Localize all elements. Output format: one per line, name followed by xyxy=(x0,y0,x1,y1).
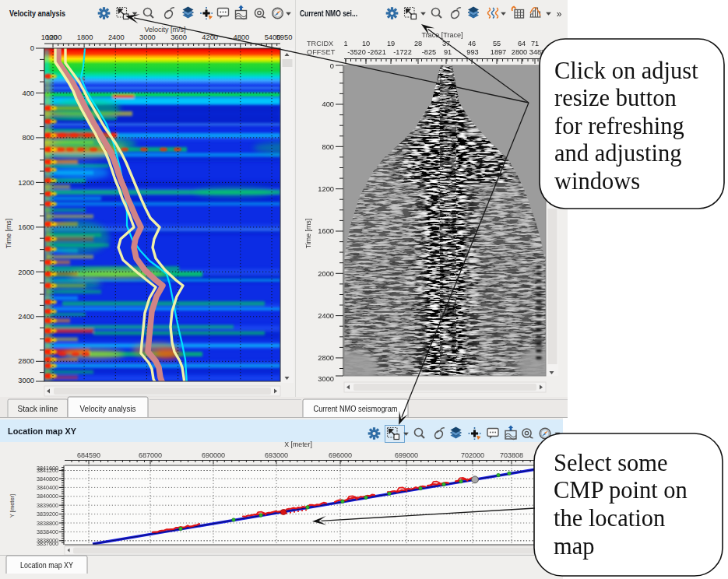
svg-text:3838800: 3838800 xyxy=(37,520,58,527)
svg-text:resize button: resize button xyxy=(554,85,677,111)
svg-text:2000: 2000 xyxy=(18,268,34,276)
svg-text:10: 10 xyxy=(362,40,370,47)
svg-text:71: 71 xyxy=(531,40,539,47)
svg-text:3839200: 3839200 xyxy=(37,511,58,518)
svg-text:702000: 702000 xyxy=(461,451,484,459)
svg-text:1800: 1800 xyxy=(77,33,93,41)
svg-text:Location map XY: Location map XY xyxy=(20,561,73,570)
svg-text:3000: 3000 xyxy=(18,377,34,384)
svg-text:Location map XY: Location map XY xyxy=(8,426,77,436)
svg-text:19: 19 xyxy=(387,40,395,47)
svg-text:3840000: 3840000 xyxy=(37,493,58,500)
svg-text:Select some: Select some xyxy=(554,450,668,476)
svg-text:-3520: -3520 xyxy=(347,48,366,56)
svg-text:-1722: -1722 xyxy=(393,48,412,56)
svg-text:800: 800 xyxy=(322,143,334,151)
svg-text:800: 800 xyxy=(22,134,34,142)
svg-text:703808: 703808 xyxy=(500,451,523,459)
svg-text:Time [ms]: Time [ms] xyxy=(304,219,312,248)
svg-text:»: » xyxy=(557,9,562,19)
svg-text:3841200: 3841200 xyxy=(37,467,58,474)
svg-text:1200: 1200 xyxy=(318,185,334,193)
svg-text:windows: windows xyxy=(554,168,640,195)
svg-text:690000: 690000 xyxy=(202,451,225,459)
svg-text:the location: the location xyxy=(554,505,665,532)
svg-text:CMP point on: CMP point on xyxy=(554,477,688,504)
svg-text:3840800: 3840800 xyxy=(37,475,58,482)
svg-text:1200: 1200 xyxy=(18,179,34,187)
svg-text:28: 28 xyxy=(414,40,422,47)
svg-text:1: 1 xyxy=(343,40,347,47)
svg-text:1600: 1600 xyxy=(18,223,34,231)
svg-text:2800: 2800 xyxy=(18,357,34,365)
svg-text:2800: 2800 xyxy=(512,48,527,56)
svg-text:TRCIDX: TRCIDX xyxy=(307,40,333,47)
svg-text:-2621: -2621 xyxy=(368,48,386,56)
svg-text:map: map xyxy=(554,533,595,560)
svg-text:3600: 3600 xyxy=(171,33,187,41)
svg-text:2800: 2800 xyxy=(318,354,334,362)
svg-text:X [meter]: X [meter] xyxy=(284,440,312,448)
svg-text:2400: 2400 xyxy=(108,33,125,41)
svg-text:91: 91 xyxy=(444,48,452,56)
svg-text:2000: 2000 xyxy=(318,270,334,278)
svg-text:400: 400 xyxy=(322,100,334,108)
svg-text:Y [meter]: Y [meter] xyxy=(9,494,16,518)
svg-text:5950: 5950 xyxy=(276,33,293,41)
svg-text:Velocity [m/s]: Velocity [m/s] xyxy=(144,26,185,33)
svg-text:2400: 2400 xyxy=(318,312,334,320)
svg-text:Click on adjust: Click on adjust xyxy=(554,58,698,84)
svg-text:684590: 684590 xyxy=(77,451,100,459)
svg-text:2400: 2400 xyxy=(18,313,34,321)
svg-text:3000: 3000 xyxy=(318,375,334,383)
svg-text:993: 993 xyxy=(466,48,478,56)
svg-text:1600: 1600 xyxy=(318,227,334,235)
svg-text:Current NMO sei...: Current NMO sei... xyxy=(300,9,357,18)
svg-text:3838400: 3838400 xyxy=(37,528,58,535)
svg-text:55: 55 xyxy=(493,40,501,47)
svg-text:and adjusting: and adjusting xyxy=(554,140,682,167)
svg-text:3000: 3000 xyxy=(139,33,156,41)
svg-text:64: 64 xyxy=(518,40,526,47)
svg-text:Velocity analysis: Velocity analysis xyxy=(80,405,136,413)
svg-text:3839600: 3839600 xyxy=(37,502,58,509)
svg-text:3837600: 3837600 xyxy=(37,540,58,547)
svg-text:0: 0 xyxy=(30,44,34,52)
svg-text:3840400: 3840400 xyxy=(37,484,58,491)
svg-text:400: 400 xyxy=(22,89,34,97)
svg-text:for refreshing: for refreshing xyxy=(554,113,684,139)
svg-text:1897: 1897 xyxy=(491,48,506,56)
svg-text:OFFSET: OFFSET xyxy=(307,48,336,56)
svg-text:Stack inline: Stack inline xyxy=(18,405,58,413)
svg-text:Velocity analysis: Velocity analysis xyxy=(9,9,65,18)
svg-text:Time [ms]: Time [ms] xyxy=(5,219,12,248)
svg-text:-825: -825 xyxy=(422,48,436,56)
svg-text:0: 0 xyxy=(330,62,334,70)
svg-text:46: 46 xyxy=(468,40,476,47)
svg-text:696000: 696000 xyxy=(329,451,352,459)
svg-text:1200: 1200 xyxy=(46,33,62,41)
svg-text:687000: 687000 xyxy=(139,451,162,459)
svg-text:699000: 699000 xyxy=(395,451,418,459)
svg-text:693000: 693000 xyxy=(265,451,288,459)
svg-text:Current NMO seismogram: Current NMO seismogram xyxy=(314,405,398,413)
